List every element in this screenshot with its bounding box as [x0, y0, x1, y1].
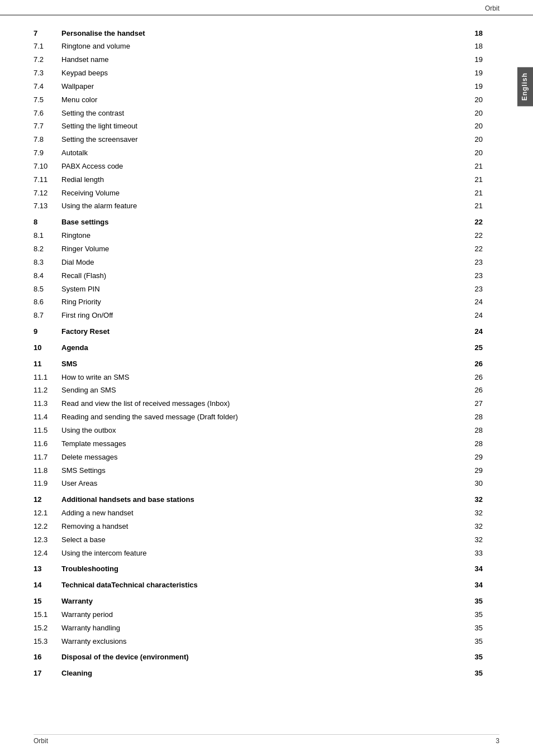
toc-num: 15.3 — [34, 635, 61, 648]
toc-title: Troubleshooting — [61, 563, 460, 576]
toc-page: 21 — [460, 173, 483, 186]
toc-num: 7 — [34, 27, 61, 40]
toc-page: 21 — [460, 160, 483, 173]
toc-page: 35 — [460, 667, 483, 681]
toc-num: 7.1 — [34, 40, 61, 54]
toc-row: 7.7Setting the light timeout20 — [34, 120, 483, 133]
toc-row: 17Cleaning35 — [34, 667, 483, 681]
toc-num: 10 — [34, 341, 61, 355]
toc-page: 19 — [460, 54, 483, 67]
toc-num: 11.9 — [34, 477, 61, 491]
toc-num: 8 — [34, 216, 61, 229]
toc-row: 7Personalise the handset18 — [34, 27, 483, 40]
toc-num: 15.1 — [34, 608, 61, 621]
toc-page: 35 — [460, 651, 483, 664]
toc-num: 7.7 — [34, 120, 61, 133]
toc-row: 15.3Warranty exclusions35 — [34, 635, 483, 648]
toc-title: Read and view the list of received messa… — [61, 398, 460, 411]
toc-title: Setting the screensaver — [61, 133, 460, 147]
toc-title: Receiving Volume — [61, 186, 460, 200]
main-content: 7Personalise the handset187.1Ringtone an… — [0, 16, 533, 692]
toc-row: 11.5Using the outbox28 — [34, 424, 483, 437]
toc-row: 7.6Setting the contrast20 — [34, 107, 483, 120]
toc-title: Ringtone and volume — [61, 40, 460, 54]
toc-num: 8.2 — [34, 243, 61, 256]
toc-title: Ringtone — [61, 229, 460, 243]
toc-title: Base settings — [61, 216, 460, 229]
page-container: Orbit English 7Personalise the handset18… — [0, 0, 533, 756]
toc-row: 13Troubleshooting34 — [34, 563, 483, 576]
toc-page: 32 — [460, 507, 483, 520]
toc-row: 15.1Warranty period35 — [34, 608, 483, 621]
toc-title: Personalise the handset — [61, 27, 460, 40]
toc-page: 22 — [460, 216, 483, 229]
toc-num: 7.6 — [34, 107, 61, 120]
toc-title: Warranty handling — [61, 621, 460, 635]
toc-row: 12.2Removing a handset32 — [34, 520, 483, 533]
toc-row: 7.13Using the alarm feature21 — [34, 200, 483, 213]
toc-title: Factory Reset — [61, 326, 460, 339]
toc-table: 7Personalise the handset187.1Ringtone an… — [34, 27, 483, 681]
toc-num: 8.4 — [34, 269, 61, 283]
toc-row: 8Base settings22 — [34, 216, 483, 229]
toc-num: 11.8 — [34, 464, 61, 477]
toc-page: 18 — [460, 40, 483, 54]
toc-page: 28 — [460, 424, 483, 437]
toc-page: 25 — [460, 341, 483, 355]
toc-title: Technical dataTechnical characteristics — [61, 579, 460, 592]
toc-row: 12.1Adding a new handset32 — [34, 507, 483, 520]
toc-page: 23 — [460, 269, 483, 283]
toc-page: 35 — [460, 635, 483, 648]
toc-page: 32 — [460, 494, 483, 507]
toc-num: 7.11 — [34, 173, 61, 186]
toc-title: Recall (Flash) — [61, 269, 460, 283]
toc-title: First ring On/Off — [61, 309, 460, 323]
toc-row: 7.9Autotalk20 — [34, 147, 483, 160]
toc-title: Disposal of the device (environment) — [61, 651, 460, 664]
toc-num: 11.6 — [34, 437, 61, 451]
toc-num: 7.3 — [34, 67, 61, 80]
toc-title: Template messages — [61, 437, 460, 451]
toc-row: 11.4Reading and sending the saved messag… — [34, 411, 483, 424]
toc-row: 8.5System PIN23 — [34, 283, 483, 296]
toc-row: 7.5Menu color20 — [34, 93, 483, 107]
toc-page: 21 — [460, 200, 483, 213]
toc-num: 14 — [34, 579, 61, 592]
toc-title: Agenda — [61, 341, 460, 355]
toc-row: 9Factory Reset24 — [34, 326, 483, 339]
toc-page: 32 — [460, 533, 483, 547]
toc-num: 12.1 — [34, 507, 61, 520]
toc-num: 11.5 — [34, 424, 61, 437]
toc-title: Ringer Volume — [61, 243, 460, 256]
toc-title: Keypad beeps — [61, 67, 460, 80]
toc-page: 35 — [460, 595, 483, 609]
toc-num: 15 — [34, 595, 61, 609]
toc-num: 7.10 — [34, 160, 61, 173]
toc-num: 8.5 — [34, 283, 61, 296]
toc-num: 8.3 — [34, 256, 61, 269]
toc-page: 34 — [460, 563, 483, 576]
toc-page: 34 — [460, 579, 483, 592]
toc-row: 7.2Handset name19 — [34, 54, 483, 67]
toc-title: User Areas — [61, 477, 460, 491]
footer-brand: Orbit — [34, 737, 48, 745]
toc-row: 11.3Read and view the list of received m… — [34, 398, 483, 411]
toc-title: Reading and sending the saved message (D… — [61, 411, 460, 424]
toc-page: 26 — [460, 384, 483, 398]
toc-title: Adding a new handset — [61, 507, 460, 520]
toc-page: 24 — [460, 296, 483, 309]
toc-row: 12.3Select a base32 — [34, 533, 483, 547]
toc-row: 15Warranty35 — [34, 595, 483, 609]
toc-page: 20 — [460, 133, 483, 147]
toc-num: 7.9 — [34, 147, 61, 160]
side-tab-label: English — [521, 73, 529, 101]
toc-title: Cleaning — [61, 667, 460, 681]
toc-page: 26 — [460, 357, 483, 371]
toc-title: How to write an SMS — [61, 371, 460, 384]
toc-title: Autotalk — [61, 147, 460, 160]
toc-row: 7.4Wallpaper19 — [34, 80, 483, 93]
footer: Orbit 3 — [34, 734, 499, 745]
toc-row: 11.6Template messages28 — [34, 437, 483, 451]
toc-num: 12.4 — [34, 547, 61, 560]
toc-num: 9 — [34, 326, 61, 339]
